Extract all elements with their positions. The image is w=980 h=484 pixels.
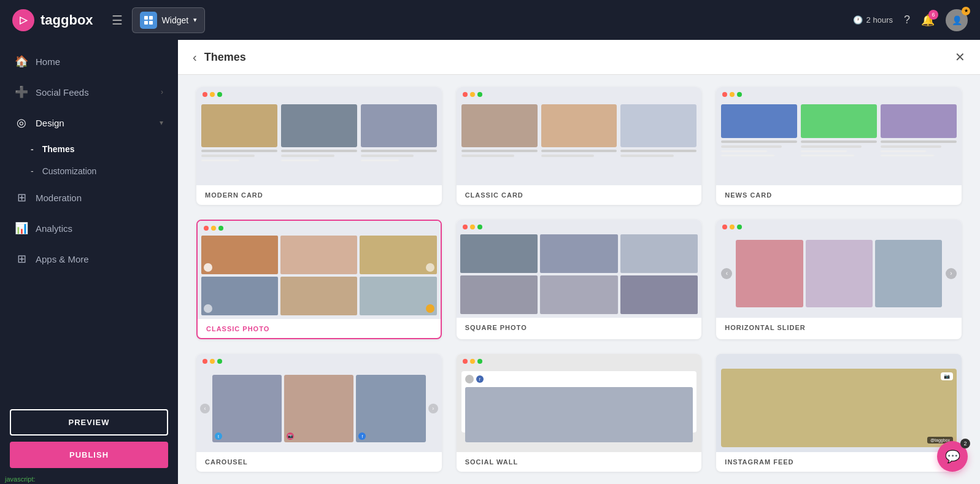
theme-label-modern-card: MODERN CARD [196, 185, 442, 205]
sidebar-subitem-themes[interactable]: - Themes [0, 138, 178, 160]
top-header: ▷ taggbox ☰ Widget ▾ 🕐 2 hours ? 🔔 6 [0, 0, 980, 40]
svg-rect-1 [149, 16, 153, 20]
theme-preview-modern-card [196, 87, 442, 185]
customization-dash: - [31, 166, 34, 176]
widget-icon [140, 12, 157, 29]
dot-red [722, 92, 727, 97]
sidebar-analytics-label: Analytics [36, 223, 163, 234]
theme-preview-classic-photo [198, 221, 441, 319]
chat-count-badge: 2 [960, 439, 970, 448]
help-button[interactable]: ? [904, 13, 910, 26]
browser-dots-square [463, 225, 482, 229]
logo-icon: ▷ [12, 9, 34, 31]
sidebar-item-design[interactable]: ◎ Design ▾ [0, 107, 178, 138]
widget-label: Widget [162, 15, 189, 25]
logo: ▷ taggbox [12, 9, 93, 31]
social-feeds-arrow-icon: › [161, 88, 163, 96]
theme-card-classic-card[interactable]: CLASSIC CARD [457, 87, 702, 205]
content-area: ‹ Themes ✕ [178, 40, 980, 484]
theme-card-square-photo[interactable]: SQUARE PHOTO [457, 220, 702, 340]
dot-red [722, 225, 727, 229]
panel-header: ‹ Themes ✕ [178, 40, 980, 75]
dot-yellow [210, 359, 215, 364]
analytics-icon: 📊 [15, 221, 28, 235]
dot-green [737, 225, 742, 229]
notifications-button[interactable]: 🔔 6 [921, 13, 935, 27]
dot-red [463, 225, 468, 229]
theme-card-modern-card[interactable]: MODERN CARD [196, 87, 442, 205]
dot-red [204, 226, 209, 231]
theme-label-carousel: CAROUSEL [196, 452, 442, 472]
sidebar-bottom-actions: PREVIEW PUBLISH [0, 399, 178, 478]
dot-yellow [210, 92, 215, 97]
browser-dots [203, 92, 222, 97]
main-layout: 🏠 Home ➕ Social Feeds › ◎ Design ▾ - The… [0, 40, 980, 484]
publish-button[interactable]: PUBLISH [10, 442, 168, 468]
dot-green [217, 92, 222, 97]
user-avatar-container: 👤 ★ [946, 9, 968, 31]
theme-card-instagram-feed[interactable]: 📷 @taggbox INSTAGRAM FEED [716, 354, 962, 472]
theme-label-classic-card: CLASSIC CARD [457, 185, 702, 205]
dot-yellow [730, 92, 735, 97]
sidebar-design-label: Design [36, 118, 152, 128]
svg-rect-0 [144, 16, 148, 20]
theme-label-instagram-feed: INSTAGRAM FEED [716, 452, 962, 472]
theme-label-horizontal-slider: HORIZONTAL SLIDER [716, 318, 962, 337]
apps-more-icon: ⊞ [15, 252, 28, 266]
theme-label-classic-photo: CLASSIC PHOTO [198, 319, 441, 339]
header-right: 🕐 2 hours ? 🔔 6 👤 ★ [853, 9, 968, 31]
chat-widget-button[interactable]: 💬 2 [937, 441, 968, 472]
design-chevron-icon: ▾ [160, 118, 163, 127]
themes-grid: MODERN CARD [178, 75, 980, 484]
theme-preview-classic-card [457, 87, 702, 185]
theme-card-horizontal-slider[interactable]: ‹ › HORIZONTAL SLIDER [716, 220, 962, 340]
sidebar-social-label: Social Feeds [36, 87, 153, 98]
sidebar-item-moderation[interactable]: ⊞ Moderation [0, 182, 178, 213]
theme-card-carousel[interactable]: ‹ t 📷 f [196, 354, 442, 472]
sidebar-item-analytics[interactable]: 📊 Analytics [0, 213, 178, 244]
dot-yellow [470, 359, 475, 364]
sidebar-item-home[interactable]: 🏠 Home [0, 46, 178, 77]
moderation-icon: ⊞ [15, 191, 28, 204]
theme-preview-instagram-feed: 📷 @taggbox [716, 354, 962, 452]
dot-yellow [730, 225, 735, 229]
award-icon: ★ [962, 7, 970, 15]
browser-dots-classic [463, 92, 482, 97]
sidebar-item-apps-more[interactable]: ⊞ Apps & More [0, 244, 178, 274]
design-submenu: - Themes - Customization [0, 138, 178, 182]
dot-yellow [470, 225, 475, 229]
dot-green [218, 226, 223, 231]
logo-text: taggbox [41, 12, 93, 28]
js-bar-text: javascript: [5, 475, 36, 483]
panel-header-left: ‹ Themes [193, 50, 246, 64]
close-button[interactable]: ✕ [955, 50, 965, 64]
dot-green [217, 359, 222, 364]
home-icon: 🏠 [15, 55, 28, 68]
sidebar-themes-label: Themes [42, 144, 75, 154]
dot-red [463, 92, 468, 97]
menu-icon[interactable]: ☰ [112, 13, 123, 28]
sidebar-moderation-label: Moderation [36, 193, 163, 203]
svg-rect-2 [144, 21, 148, 25]
preview-button[interactable]: PREVIEW [10, 409, 168, 436]
sidebar-customization-label: Customization [42, 166, 97, 176]
theme-label-square-photo: SQUARE PHOTO [457, 318, 702, 337]
social-feeds-icon: ➕ [15, 85, 28, 99]
theme-card-news-card[interactable]: NEWS CARD [716, 87, 962, 205]
theme-preview-horizontal-slider: ‹ › [716, 220, 962, 318]
dot-red [203, 92, 207, 97]
theme-preview-social-wall: f [457, 354, 702, 452]
themes-dash: - [31, 144, 34, 154]
sidebar-item-social-feeds[interactable]: ➕ Social Feeds › [0, 77, 178, 107]
js-status-bar: javascript: [0, 474, 41, 484]
back-button[interactable]: ‹ [193, 50, 197, 64]
dot-red [463, 359, 468, 364]
theme-card-classic-photo[interactable]: CLASSIC PHOTO [196, 220, 442, 340]
avatar-placeholder: 👤 [952, 15, 962, 25]
widget-button[interactable]: Widget ▾ [132, 7, 206, 33]
theme-label-news-card: NEWS CARD [716, 185, 962, 205]
browser-dots-classic-photo [204, 226, 223, 231]
theme-card-social-wall[interactable]: f SOCIAL WALL [457, 354, 702, 472]
sidebar-subitem-customization[interactable]: - Customization [0, 160, 178, 182]
time-value: 2 hours [866, 15, 893, 25]
